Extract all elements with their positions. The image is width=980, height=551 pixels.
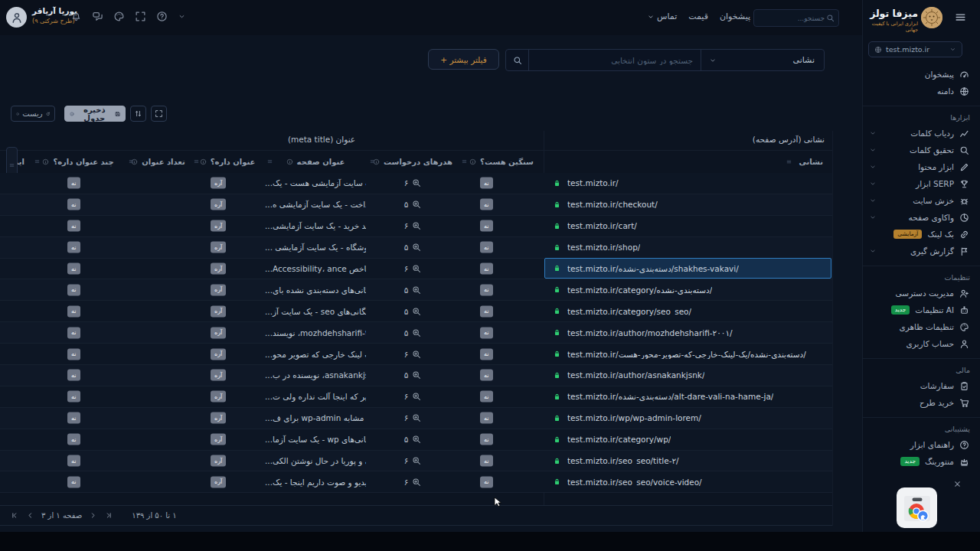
zoom-plus-icon-button[interactable]	[412, 350, 421, 359]
fullscreen-button[interactable]	[135, 11, 146, 22]
multi-title-value-button[interactable]: نه	[67, 199, 80, 210]
column-header[interactable]: عنوان صفحه	[265, 151, 366, 173]
sidebar-item[interactable]: گزارش گیری	[863, 243, 980, 259]
has-title-value-button[interactable]: آره	[211, 434, 226, 445]
has-title-value-button[interactable]: آره	[211, 348, 226, 360]
info-icon-button[interactable]	[42, 158, 49, 165]
sidebar-item[interactable]: حساب کاربری	[863, 335, 980, 352]
url-cell[interactable]: test.mizto.ir/seo_seo/title-۲/	[545, 451, 831, 471]
is-heavy-value-button[interactable]: نه	[480, 476, 493, 487]
url-cell[interactable]: test.mizto.ir/	[545, 173, 831, 194]
is-heavy-value-button[interactable]: نه	[480, 348, 493, 360]
sidebar-item[interactable]: راهنمای ابزار	[863, 436, 980, 453]
topnav-item-1[interactable]: قیمت	[688, 11, 708, 21]
has-title-value-button[interactable]: آره	[211, 455, 226, 467]
url-cell[interactable]: test.mizto.ir/seo_seo/voice-video/	[545, 471, 831, 492]
has-title-value-button[interactable]: آره	[211, 370, 226, 381]
zoom-plus-icon-button[interactable]	[412, 392, 421, 401]
multi-title-value-button[interactable]: نه	[67, 263, 80, 275]
url-cell[interactable]: test.mizto.ir/دسته‌بندی-نشده/یک-لینک-خار…	[545, 344, 831, 364]
url-cell[interactable]: test.mizto.ir/cart/	[545, 216, 831, 236]
global-search-input[interactable]	[758, 14, 826, 23]
sidebar-item[interactable]: منتورینگجدید	[863, 453, 980, 470]
domain-selector[interactable]: test.mizto.ir	[868, 41, 962, 57]
grip-icon-handle[interactable]	[34, 158, 41, 166]
is-heavy-value-button[interactable]: نه	[480, 199, 493, 210]
multi-title-value-button[interactable]: نه	[67, 434, 80, 445]
chrome-webstore-widget[interactable]	[897, 487, 937, 528]
zoom-plus-icon-button[interactable]	[412, 307, 421, 316]
grip-icon-handle[interactable]	[128, 158, 135, 166]
is-heavy-value-button[interactable]: نه	[480, 178, 493, 189]
url-cell[interactable]: test.mizto.ir/author/mozhdehsharifi-۲۰۰۱…	[545, 322, 831, 343]
has-title-value-button[interactable]: آره	[211, 199, 226, 210]
topnav-item-2[interactable]: پیشخوان	[720, 11, 750, 21]
has-title-value-button[interactable]: آره	[211, 178, 226, 189]
zoom-plus-icon-button[interactable]	[412, 243, 421, 252]
url-cell[interactable]: test.mizto.ir/دسته‌بندی-نشده/alt-dare-va…	[545, 386, 831, 407]
has-title-value-button[interactable]: آره	[211, 412, 226, 424]
sidebar-item[interactable]: سفارشات	[863, 377, 980, 394]
zoom-plus-icon-button[interactable]	[412, 285, 421, 295]
column-header[interactable]: سنگین هست؟	[459, 151, 544, 173]
chat-button[interactable]	[92, 11, 103, 22]
is-heavy-value-button[interactable]: نه	[480, 327, 493, 338]
is-heavy-value-button[interactable]: نه	[480, 412, 493, 424]
zoom-plus-icon-button[interactable]	[412, 413, 421, 422]
lion-logo-icon[interactable]	[921, 7, 942, 28]
multi-title-value-button[interactable]: نه	[67, 242, 80, 253]
url-cell[interactable]: test.mizto.ir/wp/wp-admin-lorem/	[545, 408, 831, 429]
url-cell[interactable]: test.mizto.ir/shop/	[545, 237, 831, 258]
is-heavy-value-button[interactable]: نه	[480, 391, 493, 403]
chevron-down-button[interactable]	[178, 12, 186, 21]
page-start-button[interactable]	[11, 511, 19, 520]
grip-icon-handle[interactable]	[369, 158, 376, 166]
grip-icon-handle[interactable]	[461, 158, 468, 166]
column-header[interactable]: هدرهای درخواست	[368, 151, 458, 173]
info-icon-button[interactable]	[200, 158, 207, 165]
zoom-plus-icon-button[interactable]	[412, 478, 421, 487]
grip-icon-handle[interactable]	[786, 158, 792, 165]
is-heavy-value-button[interactable]: نه	[480, 284, 493, 295]
zoom-plus-icon-button[interactable]	[412, 370, 421, 380]
url-cell[interactable]: test.mizto.ir/author/asnakankjsnk/	[545, 365, 831, 386]
brand[interactable]: میزفا تولز ابزاری ایرانی با کیفیت جهانی	[864, 8, 918, 33]
bell-button[interactable]	[70, 11, 82, 22]
sidebar-item[interactable]: دامنه	[863, 83, 980, 99]
zoom-plus-icon-button[interactable]	[412, 178, 421, 187]
zoom-plus-icon-button[interactable]	[412, 328, 421, 337]
info-icon-button[interactable]	[286, 158, 293, 165]
multi-title-value-button[interactable]: نه	[67, 178, 80, 189]
column-header[interactable]: تعداد عنوان	[126, 151, 190, 173]
sidebar-item[interactable]: واکاوی صفحه	[863, 209, 980, 226]
has-title-value-button[interactable]: آره	[211, 305, 226, 317]
multi-title-value-button[interactable]: نه	[67, 327, 80, 338]
user-avatar[interactable]	[6, 7, 27, 28]
column-header[interactable]: چند عنوان داره؟	[32, 151, 124, 173]
url-cell[interactable]: test.mizto.ir/دسته‌بندی-نشده/shakhes-vak…	[544, 258, 831, 279]
multi-title-value-button[interactable]: نه	[67, 391, 80, 403]
multi-title-value-button[interactable]: نه	[67, 412, 80, 424]
is-heavy-value-button[interactable]: نه	[480, 220, 493, 232]
zoom-plus-icon-button[interactable]	[412, 200, 421, 209]
sidebar-item[interactable]: تنظیمات ظاهری	[863, 318, 980, 335]
zoom-plus-icon-button[interactable]	[412, 264, 421, 273]
grip-icon-handle[interactable]	[193, 158, 200, 166]
column-header[interactable]: نشانی	[545, 151, 831, 173]
hamburger-menu-button[interactable]	[955, 11, 966, 26]
sidebar-item[interactable]: ابزار محتوا	[863, 158, 980, 175]
multi-title-value-button[interactable]: نه	[67, 476, 80, 487]
zoom-plus-icon-button[interactable]	[412, 435, 421, 444]
url-cell[interactable]: test.mizto.ir/category/seo_seo/	[545, 301, 831, 321]
multi-title-value-button[interactable]: نه	[67, 348, 80, 360]
help-button[interactable]	[156, 11, 168, 22]
is-heavy-value-button[interactable]: نه	[480, 263, 493, 275]
multi-title-value-button[interactable]: نه	[67, 220, 80, 232]
is-heavy-value-button[interactable]: نه	[480, 370, 493, 381]
zoom-plus-icon-button[interactable]	[412, 221, 421, 230]
promo-close-button[interactable]	[953, 477, 962, 491]
url-cell[interactable]: test.mizto.ir/category/دسته‌بندی-نشده/	[545, 279, 831, 300]
multi-title-value-button[interactable]: نه	[67, 370, 80, 381]
url-cell[interactable]: test.mizto.ir/checkout/	[545, 194, 831, 215]
is-heavy-value-button[interactable]: نه	[480, 434, 493, 445]
